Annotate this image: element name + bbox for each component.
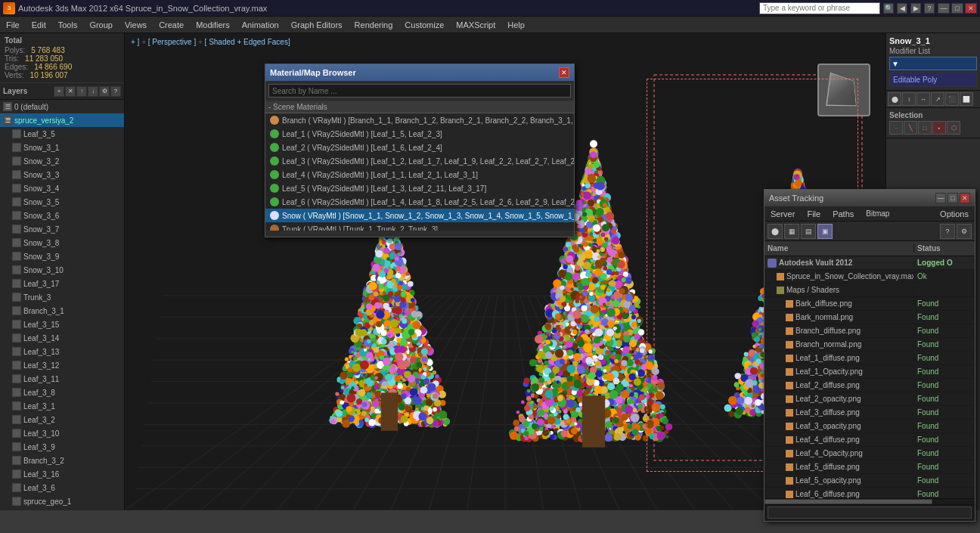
sel-vertex-btn[interactable]: ·	[889, 121, 903, 135]
asset-row[interactable]: Bark_normal.png Found	[764, 311, 975, 324]
material-item[interactable]: Trunk ( VRayMtl ) [Trunk_1, Trunk_2, Tru…	[265, 222, 574, 231]
sel-edge-btn[interactable]: ╲	[904, 121, 917, 135]
layer-up-button[interactable]: ↑	[76, 86, 87, 97]
material-list[interactable]: Branch ( VRayMtl ) [Branch_1_1, Branch_1…	[265, 113, 574, 231]
asset-minimize-button[interactable]: —	[935, 193, 946, 203]
layer-item[interactable]: Leaf_3_1	[0, 399, 124, 413]
layer-item[interactable]: ☰ 0 (default)	[0, 100, 124, 113]
layer-checkbox[interactable]	[12, 184, 21, 193]
layer-checkbox[interactable]	[12, 197, 21, 206]
asset-row[interactable]: Leaf_5_opacity.png Found	[764, 474, 975, 488]
layer-item[interactable]: Leaf_3_15	[0, 318, 124, 331]
layer-checkbox[interactable]	[12, 429, 21, 438]
layer-checkbox[interactable]	[12, 143, 21, 152]
layer-checkbox[interactable]: ☰	[3, 116, 12, 125]
back-icon[interactable]: ◀	[897, 3, 907, 14]
asset-row[interactable]: Leaf_4_diffuse.png Found	[764, 433, 975, 447]
rt-btn-4[interactable]: ↗	[931, 92, 944, 106]
layer-item[interactable]: Branch_3_1	[0, 304, 124, 318]
layer-checkbox[interactable]	[12, 265, 21, 274]
asset-row[interactable]: Spruce_in_Snow_Collection_vray.max Ok	[764, 270, 975, 284]
layer-item[interactable]: Snow_3_1	[0, 141, 124, 154]
layer-item[interactable]: Leaf_3_17	[0, 277, 124, 290]
asset-tb-2[interactable]: ▦	[784, 224, 799, 239]
layer-item[interactable]: Leaf_3_2	[0, 413, 124, 426]
material-search-input[interactable]	[268, 84, 571, 98]
layer-item[interactable]: Leaf_3_14	[0, 331, 124, 345]
title-search-input[interactable]	[759, 2, 880, 14]
layer-item[interactable]: Leaf_3_13	[0, 345, 124, 358]
layer-checkbox[interactable]	[12, 238, 21, 247]
layer-item[interactable]: ☰ spruce_versiya_2	[0, 113, 124, 127]
material-item[interactable]: Snow ( VRayMtl ) [Snow_1_1, Snow_1_2, Sn…	[265, 209, 574, 222]
menu-graph-editors[interactable]: Graph Editors	[285, 17, 349, 33]
layer-checkbox[interactable]	[12, 225, 21, 234]
layer-checkbox[interactable]	[12, 333, 21, 342]
asset-row[interactable]: Leaf_5_diffuse.png Found	[764, 460, 975, 474]
material-item[interactable]: Leaf_4 ( VRay2SidedMtl ) [Leaf_1_1, Leaf…	[265, 168, 574, 181]
layer-checkbox[interactable]	[12, 469, 21, 479]
sel-border-btn[interactable]: □	[918, 121, 932, 135]
layer-item[interactable]: Snow_3_8	[0, 236, 124, 249]
menu-file[interactable]: File	[0, 17, 26, 33]
asset-scrollbar-thumb[interactable]	[764, 499, 932, 504]
viewport-mode[interactable]: [ Perspective ]	[141, 38, 196, 46]
asset-row[interactable]: Leaf_4_Opacity.png Found	[764, 447, 975, 460]
layer-item[interactable]: Snow_3_4	[0, 181, 124, 195]
layer-item[interactable]: Snow_3_9	[0, 249, 124, 263]
layer-help-button[interactable]: ?	[110, 86, 121, 97]
asset-row[interactable]: Bark_diffuse.png Found	[764, 297, 975, 311]
layer-checkbox[interactable]	[12, 388, 21, 397]
menu-tools[interactable]: Tools	[52, 17, 84, 33]
layer-item[interactable]: Leaf_3_12	[0, 358, 124, 372]
layer-item[interactable]: Snow_3_3	[0, 168, 124, 181]
rt-btn-6[interactable]: ⬜	[960, 92, 973, 106]
layer-item[interactable]: Snow_3_5	[0, 195, 124, 209]
asset-row[interactable]: Leaf_2_diffuse.png Found	[764, 379, 975, 392]
forward-icon[interactable]: ▶	[910, 3, 921, 14]
rt-btn-3[interactable]: ↔	[916, 92, 930, 106]
layers-list[interactable]: ☰ 0 (default) ☰ spruce_versiya_2 Leaf_3_…	[0, 100, 124, 510]
layer-checkbox[interactable]	[12, 456, 21, 465]
asset-row[interactable]: Leaf_3_diffuse.png Found	[764, 406, 975, 420]
asset-maximize-button[interactable]: □	[947, 193, 958, 203]
layer-item[interactable]: Snow_3_10	[0, 263, 124, 277]
menu-views[interactable]: Views	[119, 17, 153, 33]
layer-checkbox[interactable]	[12, 361, 21, 370]
asset-menu-server[interactable]: Server	[764, 206, 801, 222]
layer-item[interactable]: Branch_3_2	[0, 454, 124, 467]
asset-menu-paths[interactable]: Paths	[826, 206, 860, 222]
layer-checkbox[interactable]	[12, 293, 21, 302]
layer-checkbox[interactable]	[12, 320, 21, 329]
layer-checkbox[interactable]: ☰	[3, 102, 12, 111]
layer-checkbox[interactable]	[12, 497, 21, 506]
rt-btn-1[interactable]: ⬤	[888, 92, 901, 106]
menu-animation[interactable]: Animation	[236, 17, 285, 33]
layer-checkbox[interactable]	[12, 306, 21, 315]
layer-item[interactable]: Leaf_3_16	[0, 467, 124, 481]
asset-menu-bitmap-perf[interactable]: Bitmap Performance and Memory	[860, 206, 934, 222]
asset-tb-settings[interactable]: ⚙	[957, 224, 972, 239]
asset-search-input[interactable]	[768, 507, 972, 519]
viewport-shading[interactable]: [ Shaded + Edged Faces]	[198, 38, 290, 46]
material-item[interactable]: Leaf_6 ( VRay2SidedMtl ) [Leaf_1_4, Leaf…	[265, 195, 574, 209]
layer-checkbox[interactable]	[12, 401, 21, 411]
asset-tb-help[interactable]: ?	[940, 224, 955, 239]
layer-checkbox[interactable]	[12, 483, 21, 492]
material-item[interactable]: Leaf_5 ( VRay2SidedMtl ) [Leaf_1_3, Leaf…	[265, 181, 574, 195]
asset-menu-file[interactable]: File	[801, 206, 826, 222]
asset-tb-4[interactable]: ▣	[817, 224, 833, 239]
cube-navigator[interactable]	[817, 64, 870, 116]
layer-checkbox[interactable]	[12, 156, 21, 166]
sel-element-btn[interactable]: ⬡	[947, 121, 960, 135]
search-icon[interactable]: 🔍	[883, 3, 894, 14]
asset-menu-options[interactable]: Options	[934, 206, 975, 222]
material-browser-title-bar[interactable]: Material/Map Browser ✕	[265, 64, 574, 81]
layer-checkbox[interactable]	[12, 442, 21, 451]
layer-checkbox[interactable]	[12, 129, 21, 138]
layer-delete-button[interactable]: ✕	[65, 86, 76, 97]
asset-row[interactable]: Branch_normal.png Found	[764, 338, 975, 352]
material-item[interactable]: Leaf_1 ( VRay2SidedMtl ) [Leaf_1_5, Leaf…	[265, 127, 574, 141]
close-button[interactable]: ✕	[965, 3, 977, 14]
asset-table[interactable]: Autodesk Vault 2012 Logged O Spruce_in_S…	[764, 256, 975, 498]
